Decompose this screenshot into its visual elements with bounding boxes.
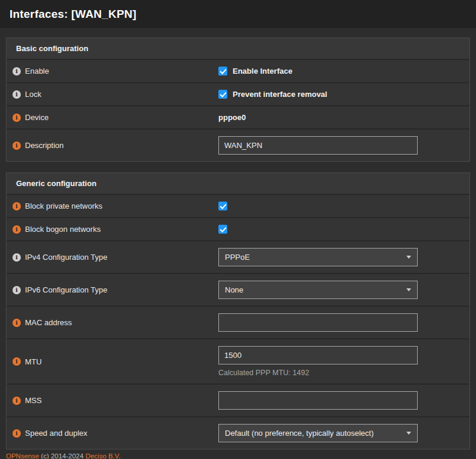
section-title-basic: Basic configuration — [7, 38, 469, 60]
field-label-cell: MTU — [7, 339, 217, 383]
info-icon[interactable] — [12, 114, 21, 122]
footer-link-deciso[interactable]: Deciso B.V. — [86, 452, 121, 459]
form-row-ipv6-configuration-type: IPv6 Configuration Type None — [7, 274, 469, 307]
checkbox-label: Enable Interface — [233, 67, 292, 76]
select-value: None — [225, 285, 243, 294]
select-value: PPPoE — [225, 253, 250, 262]
field-label-cell: Block private networks — [7, 195, 217, 217]
mac-address-input[interactable] — [218, 313, 418, 332]
field-label: MAC address — [25, 318, 72, 327]
info-icon[interactable] — [12, 67, 21, 76]
info-icon[interactable] — [12, 225, 21, 234]
speed-and-duplex-select[interactable]: Default (no preference, typically autose… — [218, 424, 418, 442]
field-label-cell: IPv6 Configuration Type — [7, 274, 217, 306]
form-row-mtu: MTU Calculated PPP MTU: 1492 — [7, 339, 469, 385]
field-control-cell: None — [217, 274, 469, 306]
field-control-cell: pppoe0 — [217, 106, 469, 128]
field-control-cell: PPPoE — [217, 241, 469, 273]
field-label-cell: MSS — [7, 385, 217, 416]
info-icon[interactable] — [12, 286, 21, 294]
field-label: Enable — [25, 67, 49, 76]
page-title: Interfaces: [WAN_KPN] — [10, 8, 466, 21]
info-icon[interactable] — [12, 253, 21, 262]
info-icon[interactable] — [12, 319, 21, 327]
form-row-description: Description — [7, 130, 469, 161]
field-label-cell: MAC address — [7, 307, 217, 338]
panel-basic-configuration: Basic configuration Enable Enable Interf… — [6, 37, 470, 162]
form-row-device: Device pppoe0 — [7, 106, 469, 130]
field-label-cell: Description — [7, 130, 217, 161]
field-label: Device — [25, 113, 49, 122]
info-icon[interactable] — [12, 202, 21, 210]
form-row-speed-and-duplex: Speed and duplex Default (no preference,… — [7, 417, 469, 449]
field-label: Block bogon networks — [25, 225, 101, 234]
footer: OPNsense (c) 2014-2024 Deciso B.V. — [6, 452, 121, 459]
field-control-cell — [217, 307, 469, 338]
mtu-helper-text: Calculated PPP MTU: 1492 — [218, 369, 460, 377]
lock-checkbox[interactable] — [218, 90, 227, 99]
field-label: Lock — [25, 90, 41, 99]
field-control-cell — [217, 130, 469, 161]
form-row-mss: MSS — [7, 385, 469, 417]
mss-input[interactable] — [218, 391, 418, 410]
footer-link-opnsense[interactable]: OPNsense — [6, 452, 39, 459]
field-label-cell: Enable — [7, 60, 217, 82]
field-label: IPv4 Configuration Type — [25, 253, 108, 262]
field-label: Description — [25, 141, 64, 150]
ipv6-configuration-type-select[interactable]: None — [218, 281, 418, 299]
panel-generic-configuration: Generic configuration Block private netw… — [6, 172, 470, 449]
checkbox-wrap — [218, 202, 460, 210]
enable-interface-checkbox[interactable] — [218, 67, 227, 76]
field-label-cell: Lock — [7, 83, 217, 105]
checkbox-label: Prevent interface removal — [233, 90, 327, 99]
section-title-generic: Generic configuration — [7, 173, 469, 195]
field-control-cell: Enable Interface — [217, 60, 469, 82]
field-control-cell: Default (no preference, typically autose… — [217, 417, 469, 449]
field-label: MTU — [25, 357, 42, 366]
device-value: pppoe0 — [218, 113, 460, 122]
page-header: Interfaces: [WAN_KPN] — [0, 0, 476, 28]
info-icon[interactable] — [12, 90, 21, 99]
field-label-cell: Block bogon networks — [7, 218, 217, 240]
mtu-input[interactable] — [218, 346, 418, 364]
form-row-mac-address: MAC address — [7, 307, 469, 339]
field-control-cell — [217, 195, 469, 217]
ipv4-configuration-type-select[interactable]: PPPoE — [218, 248, 418, 266]
checkbox-wrap — [218, 225, 460, 234]
form-row-enable: Enable Enable Interface — [7, 60, 469, 83]
select-value: Default (no preference, typically autose… — [225, 429, 374, 438]
info-icon[interactable] — [12, 142, 21, 150]
form-row-block-private-networks: Block private networks — [7, 195, 469, 218]
info-icon[interactable] — [12, 397, 21, 405]
field-label-cell: Device — [7, 106, 217, 128]
field-control-cell — [217, 218, 469, 240]
form-row-ipv4-configuration-type: IPv4 Configuration Type PPPoE — [7, 241, 469, 274]
field-label-cell: Speed and duplex — [7, 417, 217, 449]
main-content: Basic configuration Enable Enable Interf… — [0, 28, 476, 449]
footer-copyright: (c) 2014-2024 — [41, 452, 84, 459]
field-control-cell: Calculated PPP MTU: 1492 — [217, 339, 469, 383]
field-control-cell — [217, 385, 469, 416]
block-bogon-networks-checkbox[interactable] — [218, 225, 227, 234]
chevron-down-icon — [406, 432, 411, 435]
form-row-block-bogon-networks: Block bogon networks — [7, 218, 469, 241]
block-private-networks-checkbox[interactable] — [218, 202, 227, 210]
chevron-down-icon — [406, 288, 411, 291]
field-control-cell: Prevent interface removal — [217, 83, 469, 105]
info-icon[interactable] — [12, 357, 21, 366]
field-label: MSS — [25, 396, 42, 405]
chevron-down-icon — [406, 256, 411, 259]
field-label-cell: IPv4 Configuration Type — [7, 241, 217, 273]
form-row-lock: Lock Prevent interface removal — [7, 83, 469, 106]
checkbox-wrap: Prevent interface removal — [218, 90, 460, 99]
field-label: Speed and duplex — [25, 429, 87, 438]
field-label: IPv6 Configuration Type — [25, 285, 108, 294]
info-icon[interactable] — [12, 429, 21, 438]
description-input[interactable] — [218, 136, 418, 155]
field-label: Block private networks — [25, 202, 102, 210]
checkbox-wrap: Enable Interface — [218, 67, 460, 76]
